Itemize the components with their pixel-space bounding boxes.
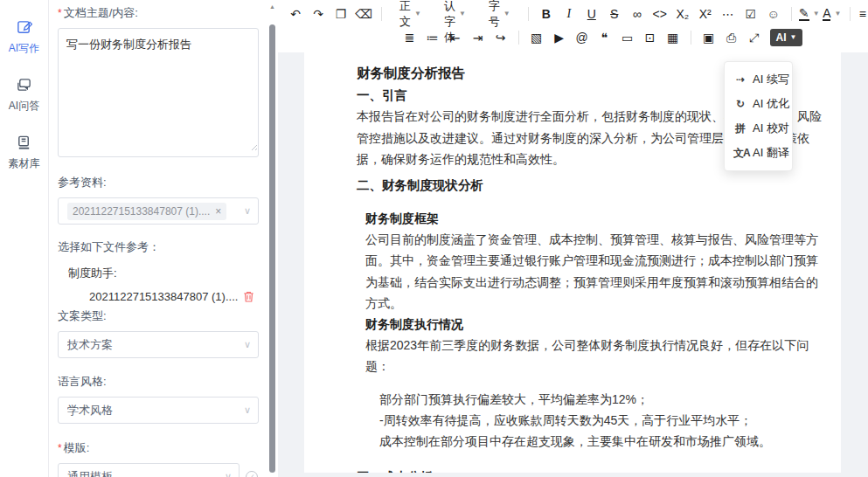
bold-icon[interactable]: B: [536, 3, 557, 24]
toolbar-divider: [528, 7, 529, 21]
attachment-icon[interactable]: @: [572, 27, 593, 48]
toolbar-divider: [381, 7, 382, 21]
doc-block-h: 三、成本分析: [357, 467, 829, 473]
font-color-icon[interactable]: A▼: [822, 3, 843, 24]
fullscreen-icon[interactable]: ⤢: [744, 27, 765, 48]
doc-block-p: 部分部门预算执行偏差较大，平均偏差率为12%；: [379, 389, 829, 410]
menu-item-label: AI 续写: [753, 72, 789, 87]
copy-type-label: 文案类型:: [58, 308, 259, 324]
app-window: AI写作AI问答素材库 *文档主题/内容: 写一份财务制度分析报告 参考资料: …: [0, 0, 868, 477]
delete-file-icon[interactable]: [242, 290, 255, 303]
horizontal-rule-icon[interactable]: ⋯: [718, 3, 739, 24]
reference-file-tag: 2021122715133847807 (1).... ×: [67, 203, 226, 220]
ai-qa-icon: [16, 77, 32, 96]
doc-block-b: 财务制度框架: [365, 208, 829, 229]
ai-continue-icon: ⇢: [733, 73, 746, 86]
align-icon[interactable]: ≡▼: [858, 3, 868, 24]
strikethrough-icon[interactable]: S: [604, 3, 625, 24]
menu-item-AI-优化[interactable]: ↻AI 优化: [725, 92, 792, 116]
print-icon[interactable]: ⎙: [721, 27, 742, 48]
chevron-down-icon: ∨: [244, 404, 251, 415]
caret-down-icon: ▼: [503, 10, 510, 17]
toolbar-row-2: ≣≔⇤⇥↪▧▶@❝▭⊡▦▣⎙⤢AI▼: [285, 25, 863, 49]
menu-item-AI-续写[interactable]: ⇢AI 续写: [725, 67, 792, 92]
code-block-icon[interactable]: ⊡: [640, 27, 661, 48]
copy-type-select[interactable]: 技术方案 ∨: [58, 331, 259, 358]
sidebar-item-AI问答[interactable]: AI问答: [9, 77, 39, 114]
sidebar-item-label: 素材库: [9, 156, 40, 171]
selected-file-name: 2021122715133847807 (1)....: [89, 290, 238, 303]
language-style-label: 语言风格:: [58, 374, 259, 390]
blockquote-icon[interactable]: ❝: [594, 27, 615, 48]
language-style-select[interactable]: 学术风格 ∨: [58, 397, 259, 424]
ordered-list-icon[interactable]: ≔: [422, 27, 443, 48]
toolbar-divider: [850, 7, 851, 21]
caret-down-icon: ▼: [790, 33, 797, 41]
highlight-color-icon[interactable]: ✎▼: [799, 3, 820, 24]
sidebar-item-素材库[interactable]: 素材库: [9, 135, 40, 171]
link-icon[interactable]: ∞: [627, 3, 648, 24]
reference-label: 参考资料:: [58, 175, 259, 190]
superscript-icon[interactable]: X²: [695, 3, 716, 24]
panel-scrollbar: ▲: [267, 0, 278, 477]
format-painter-icon[interactable]: ❐: [330, 3, 351, 24]
selected-file-row: 2021122715133847807 (1)....: [58, 290, 259, 303]
inline-code-icon[interactable]: <>: [649, 3, 670, 24]
doc-block-b: 财务制度执行情况: [365, 314, 829, 335]
toolbar-divider: [691, 31, 691, 45]
menu-item-AI-校对[interactable]: 拼AI 校对: [725, 116, 792, 141]
reference-select[interactable]: 2021122715133847807 (1).... × ∨: [58, 197, 259, 225]
scrollbar-thumb[interactable]: [269, 24, 275, 473]
ai-writing-icon: [16, 19, 32, 38]
toolbar-divider: [791, 7, 792, 21]
assistant-label: 制度助手:: [68, 266, 259, 281]
document-canvas: 财务制度分析报告一、引言本报告旨在对公司的财务制度进行全面分析，包括财务制度的现…: [278, 52, 868, 477]
ai-menu-button[interactable]: AI▼: [770, 29, 803, 46]
redo-icon[interactable]: ↷: [308, 3, 329, 24]
scroll-up-arrow-icon[interactable]: ▲: [269, 3, 275, 10]
ai-proofread-icon: 拼: [733, 121, 746, 136]
sidebar-item-label: AI问答: [9, 99, 39, 114]
chevron-down-icon: ∨: [244, 338, 251, 349]
undo-icon[interactable]: ↶: [285, 3, 306, 24]
ai-translate-icon: 文A: [733, 146, 746, 161]
doc-block-p: 成本控制在部分项目中存在超支现象，主要集中在研发和市场推广领域。: [379, 431, 829, 452]
emoji-icon[interactable]: ☺: [763, 3, 784, 24]
font-family-select[interactable]: 默认字体▼: [437, 3, 473, 24]
menu-item-label: AI 校对: [753, 121, 789, 136]
required-asterisk: *: [58, 442, 62, 454]
text-wrap-icon[interactable]: ↪: [490, 27, 511, 48]
underline-icon[interactable]: U: [581, 3, 602, 24]
topic-textarea[interactable]: 写一份财务制度分析报告: [58, 28, 259, 157]
toolbar-divider: [518, 31, 519, 45]
paragraph-style-select[interactable]: 正文▼: [392, 3, 428, 24]
sidebar-item-AI写作[interactable]: AI写作: [9, 19, 39, 56]
page-setup-icon[interactable]: ▣: [698, 27, 719, 48]
tag-close-icon[interactable]: ×: [215, 205, 221, 218]
doc-block-h: 二、财务制度现状分析: [357, 175, 829, 197]
template-select[interactable]: 通用模板 ∨ ✓: [58, 463, 240, 477]
italic-icon[interactable]: I: [559, 3, 580, 24]
doc-block-p: -周转效率有待提高，应收账款周转天数为45天，高于行业平均水平；: [379, 410, 829, 431]
clear-format-icon[interactable]: ⌫: [353, 3, 374, 24]
outdent-icon[interactable]: ⇤: [445, 27, 466, 48]
indent-icon[interactable]: ⇥: [468, 27, 489, 48]
caret-down-icon: ▼: [834, 10, 841, 17]
task-list-icon[interactable]: ☑: [740, 3, 761, 24]
required-asterisk: *: [58, 7, 62, 19]
toolbar-row-1: ↶↷❐⌫正文▼默认字体▼字号▼BIUS∞<>X₂X²⋯☑☺✎▼A▼≡▼: [285, 2, 863, 25]
image-icon[interactable]: ▧: [526, 27, 547, 48]
left-nav-rail: AI写作AI问答素材库: [0, 0, 49, 477]
divider-block-icon[interactable]: ▭: [617, 27, 638, 48]
caret-down-icon: ▼: [459, 10, 466, 17]
table-icon[interactable]: ▦: [663, 27, 684, 48]
doc-block-p: 根据2023年前三季度的财务数据，公司整体财务制度执行情况良好，但存在以下问题：: [365, 335, 829, 377]
writing-form-panel: *文档主题/内容: 写一份财务制度分析报告 参考资料: 202112271513…: [49, 0, 267, 477]
subscript-icon[interactable]: X₂: [672, 3, 693, 24]
caret-down-icon: ▼: [414, 10, 421, 17]
sidebar-item-label: AI写作: [9, 41, 39, 56]
font-size-select[interactable]: 字号▼: [482, 3, 517, 24]
video-icon[interactable]: ▶: [549, 27, 570, 48]
menu-item-AI-翻译[interactable]: 文AAI 翻译: [725, 141, 792, 165]
bullet-list-icon[interactable]: ≣: [399, 27, 420, 48]
